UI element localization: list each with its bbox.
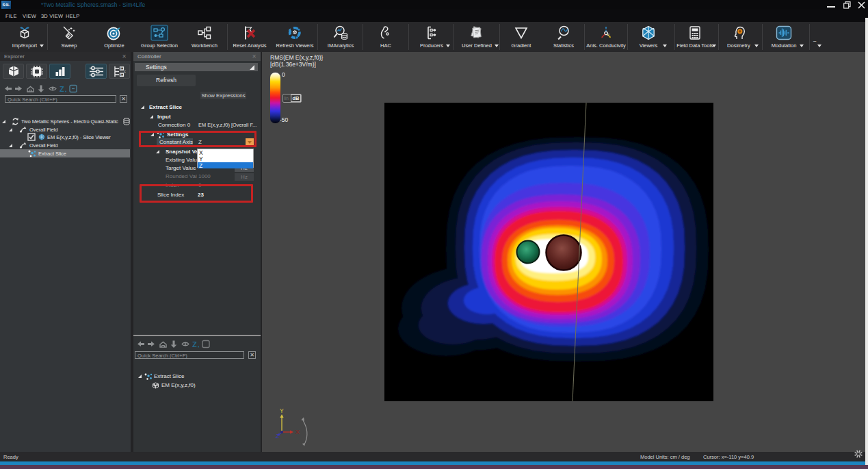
svg-text:Z: Z (60, 85, 64, 93)
svg-text:Y: Y (280, 407, 284, 414)
svg-text:Z: Z (192, 340, 197, 348)
svg-text:X: X (295, 429, 300, 435)
svg-text:σ: σ (607, 32, 609, 36)
svg-text:c: c (124, 70, 126, 73)
svg-text:Z: Z (275, 433, 280, 440)
